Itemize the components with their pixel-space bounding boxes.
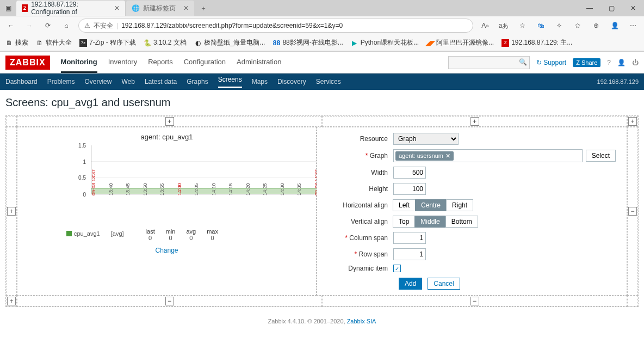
add-column-button[interactable]: +: [628, 117, 637, 126]
url-input[interactable]: ⚠ 不安全 | 192.168.87.129/zabbix/screenedit…: [78, 19, 473, 33]
zabbix-icon: Z: [501, 39, 509, 47]
menu-reports[interactable]: Reports: [148, 52, 173, 73]
home-icon[interactable]: ⌂: [60, 19, 73, 32]
bookmark-item[interactable]: Z192.168.87.129: 主...: [501, 38, 572, 47]
favorites-bar-icon[interactable]: ✩: [571, 19, 584, 32]
close-window-icon[interactable]: ✕: [622, 0, 644, 16]
valign-bottom[interactable]: Bottom: [445, 216, 478, 228]
halign-group: Left Centre Right: [393, 199, 473, 211]
submenu-graphs[interactable]: Graphs: [187, 78, 208, 85]
minimize-icon[interactable]: —: [579, 0, 600, 16]
new-tab-icon[interactable]: ＋: [195, 0, 212, 16]
colspan-input[interactable]: [393, 232, 426, 244]
height-input[interactable]: [393, 183, 426, 195]
menu-configuration[interactable]: Configuration: [184, 52, 226, 73]
submenu-services[interactable]: Services: [316, 78, 341, 85]
bookmark-item[interactable]: ◢◤阿里巴巴开源镜像...: [426, 38, 494, 47]
bookmark-item[interactable]: ▶Python课程天花板...: [351, 38, 419, 47]
host-ip: 192.168.87.129: [597, 78, 639, 85]
menu-inventory[interactable]: Inventory: [108, 52, 137, 73]
search-icon: 🔍: [519, 58, 527, 66]
browser-tab-inactive[interactable]: 🌐 新建标签页 ✕: [126, 1, 194, 16]
submenu-discovery[interactable]: Discovery: [277, 78, 306, 85]
submenu-screens[interactable]: Screens: [218, 76, 242, 88]
screen-cell-form: Resource Graph Graph agent: usersnum✕ Se…: [317, 127, 627, 296]
width-input[interactable]: [393, 167, 426, 179]
translate-icon[interactable]: aあ: [497, 19, 510, 32]
graph-tag[interactable]: agent: usersnum✕: [395, 151, 454, 161]
share-link[interactable]: Z Share: [573, 58, 600, 67]
change-link[interactable]: Change: [155, 247, 178, 254]
forward-icon: →: [23, 19, 36, 32]
help-icon[interactable]: ?: [607, 59, 611, 66]
remove-column-button[interactable]: −: [165, 297, 174, 305]
menu-monitoring[interactable]: Monitoring: [61, 52, 97, 73]
rowspan-input[interactable]: [393, 248, 426, 260]
bookmark-item[interactable]: 8888影视网-在线电影...: [273, 38, 343, 47]
close-icon[interactable]: ✕: [183, 4, 189, 12]
support-link[interactable]: ↻ Support: [536, 59, 566, 66]
zabbix-logo[interactable]: ZABBIX: [5, 56, 50, 70]
main-menu: Monitoring Inventory Reports Configurati…: [61, 52, 282, 73]
remove-row-button[interactable]: −: [628, 207, 637, 216]
add-row-button[interactable]: +: [7, 297, 16, 305]
dynamic-checkbox[interactable]: ✓: [393, 265, 401, 272]
extensions-icon[interactable]: ✧: [553, 19, 566, 32]
menu-administration[interactable]: Administration: [237, 52, 281, 73]
python-icon: 🐍: [144, 39, 151, 47]
submenu-dashboard[interactable]: Dashboard: [5, 78, 38, 85]
label-halign: Horizontal align: [328, 201, 393, 209]
label-valign: Vertical align: [328, 218, 393, 225]
close-icon[interactable]: ✕: [114, 4, 120, 12]
screen-editor: + + + + agent: cpu_avg1 1.5 1 0.5 0 09-0…: [5, 115, 639, 307]
address-bar: ← → ⟳ ⌂ ⚠ 不安全 | 192.168.87.129/zabbix/sc…: [0, 16, 644, 35]
more-icon[interactable]: ⋯: [627, 19, 640, 32]
power-icon[interactable]: ⏻: [632, 59, 639, 66]
bookmark-item[interactable]: 🐍3.10.2 文档: [144, 38, 187, 47]
remove-column-button[interactable]: −: [470, 297, 479, 305]
select-button[interactable]: Select: [586, 150, 616, 162]
screen-cell-graph[interactable]: agent: cpu_avg1 1.5 1 0.5 0 09-03 13:371…: [17, 127, 317, 296]
page-icon: 🗎: [5, 39, 13, 47]
halign-left[interactable]: Left: [393, 199, 416, 211]
cancel-button[interactable]: Cancel: [428, 278, 460, 290]
chart-area: 1.5 1 0.5 0 09-03 13:3713:4013:4513:5013…: [23, 145, 311, 222]
submenu-latest[interactable]: Latest data: [145, 78, 177, 85]
refresh-icon[interactable]: ⟳: [41, 19, 54, 32]
browser-tab-active[interactable]: Z 192.168.87.129: Configuration of ✕: [16, 1, 125, 16]
halign-centre[interactable]: Centre: [415, 199, 447, 211]
maximize-icon[interactable]: ▢: [600, 0, 622, 16]
tab-title: 192.168.87.129: Configuration of: [31, 1, 107, 16]
search-input[interactable]: 🔍: [448, 56, 530, 69]
valign-middle[interactable]: Middle: [414, 216, 445, 228]
bookmark-item[interactable]: 🗎软件大全: [36, 38, 72, 47]
add-button[interactable]: Add: [399, 278, 422, 290]
valign-top[interactable]: Top: [393, 216, 415, 228]
add-column-button[interactable]: +: [470, 117, 479, 126]
bookmark-item[interactable]: ◐极简壁纸_海量电脑...: [194, 38, 265, 47]
aliyun-icon: ◢◤: [426, 39, 434, 47]
profile-icon[interactable]: 👤: [608, 19, 621, 32]
footer-link[interactable]: Zabbix SIA: [347, 318, 376, 324]
collections-icon[interactable]: ⊕: [590, 19, 603, 32]
add-column-button[interactable]: +: [165, 117, 174, 126]
resource-select[interactable]: Graph: [393, 133, 459, 145]
tab-list-icon[interactable]: ▣: [0, 0, 16, 16]
insecure-icon: ⚠: [84, 22, 90, 29]
graph-input[interactable]: agent: usersnum✕: [393, 149, 583, 162]
halign-right[interactable]: Right: [446, 199, 473, 211]
remove-tag-icon[interactable]: ✕: [445, 152, 450, 160]
submenu-maps[interactable]: Maps: [252, 78, 268, 85]
submenu-overview[interactable]: Overview: [84, 78, 112, 85]
add-row-button[interactable]: +: [7, 207, 16, 216]
submenu-web[interactable]: Web: [121, 78, 134, 85]
user-icon[interactable]: 👤: [617, 59, 626, 66]
text-size-icon[interactable]: A»: [479, 19, 492, 32]
back-icon[interactable]: ←: [4, 19, 17, 32]
bookmark-item[interactable]: 7z7-Zip - 程序下载: [79, 38, 136, 47]
shopping-icon[interactable]: 🛍: [534, 19, 547, 32]
label-colspan: Column span: [328, 234, 393, 242]
submenu-problems[interactable]: Problems: [47, 78, 75, 85]
favorite-icon[interactable]: ☆: [516, 19, 529, 32]
bookmark-item[interactable]: 🗎搜索: [5, 38, 28, 47]
